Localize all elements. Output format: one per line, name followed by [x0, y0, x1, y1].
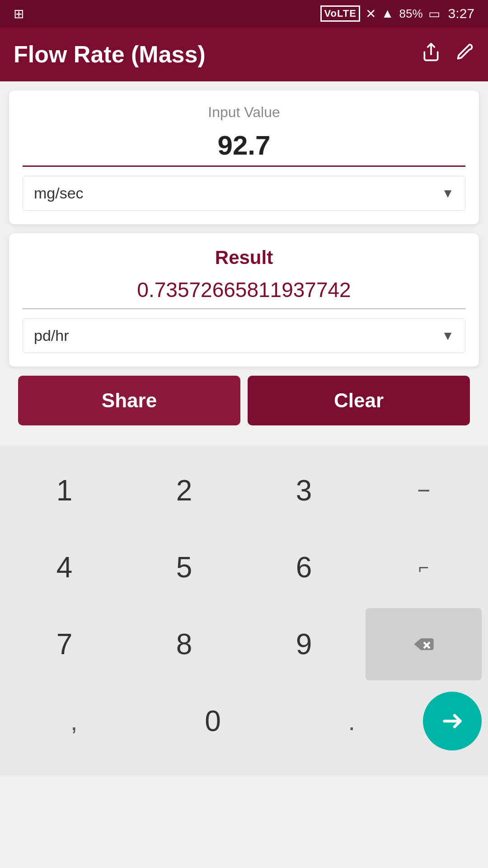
battery-indicator: 85% — [399, 7, 423, 21]
key-enter[interactable] — [423, 692, 482, 750]
result-value: 0.73572665811937742 — [23, 278, 465, 309]
status-icons: VoLTE ✕ ▲ 85% ▭ — [320, 5, 440, 22]
keyboard-row-4: , 0 . — [5, 685, 483, 757]
keyboard-row-2: 4 5 6 ⌐ — [5, 531, 483, 604]
key-7[interactable]: 7 — [6, 608, 122, 680]
key-backspace[interactable] — [366, 608, 482, 680]
key-minus[interactable]: − — [366, 454, 482, 527]
key-4[interactable]: 4 — [6, 531, 122, 604]
result-unit-dropdown[interactable]: pd/hr ▼ — [23, 318, 465, 353]
input-label: Input Value — [23, 104, 465, 121]
key-8[interactable]: 8 — [126, 608, 242, 680]
app-bar-actions — [421, 42, 474, 66]
result-dropdown-arrow-icon: ▼ — [441, 329, 454, 343]
key-0[interactable]: 0 — [145, 685, 280, 757]
action-buttons: Share Clear — [9, 376, 479, 425]
keyboard-icon: ⊞ — [14, 6, 24, 21]
main-content: Input Value mg/sec ▼ Result 0.7357266581… — [0, 81, 488, 445]
dropdown-arrow-icon: ▼ — [441, 186, 454, 201]
brush-icon[interactable] — [455, 42, 474, 66]
key-comma[interactable]: , — [6, 685, 141, 757]
key-5[interactable]: 5 — [126, 531, 242, 604]
signal-icon: ✕ — [366, 6, 376, 21]
input-field[interactable] — [23, 130, 465, 167]
status-time: 3:27 — [448, 6, 474, 21]
key-space[interactable]: ⌐ — [366, 531, 482, 604]
result-unit-label: pd/hr — [34, 327, 69, 344]
share-button[interactable]: Share — [18, 376, 240, 425]
keyboard-row-3: 7 8 9 — [5, 608, 483, 680]
key-1[interactable]: 1 — [6, 454, 122, 527]
page-title: Flow Rate (Mass) — [14, 41, 421, 68]
app-bar: Flow Rate (Mass) — [0, 27, 488, 81]
status-bar: ⊞ VoLTE ✕ ▲ 85% ▭ 3:27 — [0, 0, 488, 27]
key-2[interactable]: 2 — [126, 454, 242, 527]
clear-button[interactable]: Clear — [248, 376, 470, 425]
result-card: Result 0.73572665811937742 pd/hr ▼ — [9, 233, 479, 367]
keyboard-row-1: 1 2 3 − — [5, 454, 483, 527]
input-card: Input Value mg/sec ▼ — [9, 90, 479, 224]
input-unit-dropdown[interactable]: mg/sec ▼ — [23, 176, 465, 211]
volte-indicator: VoLTE — [320, 5, 360, 22]
signal-bars: ▲ — [381, 6, 394, 21]
key-6[interactable]: 6 — [246, 531, 362, 604]
result-label: Result — [23, 247, 465, 269]
input-unit-label: mg/sec — [34, 184, 84, 202]
key-9[interactable]: 9 — [246, 608, 362, 680]
key-3[interactable]: 3 — [246, 454, 362, 527]
numeric-keyboard: 1 2 3 − 4 5 6 ⌐ 7 8 9 , 0 . — [0, 445, 488, 775]
share-icon[interactable] — [421, 42, 441, 66]
key-dot[interactable]: . — [284, 685, 419, 757]
battery-icon: ▭ — [428, 6, 440, 21]
